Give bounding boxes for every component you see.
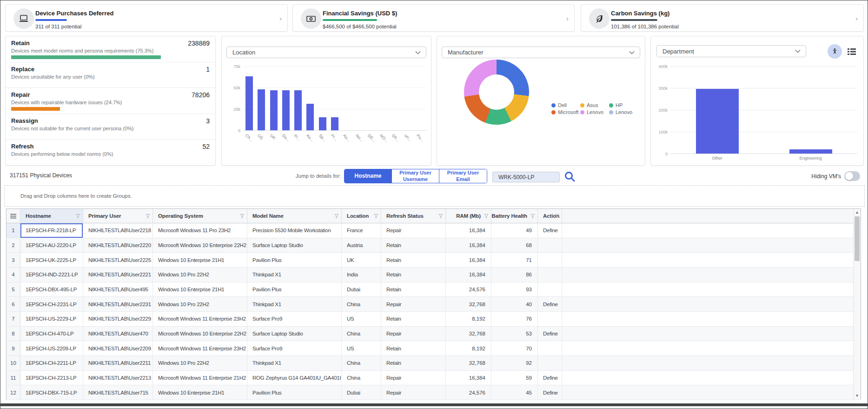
cell-battery-health[interactable]: 45 [491, 385, 538, 400]
jump-tab-primary-user-username[interactable]: Primary User Username [392, 169, 439, 183]
cell-action[interactable] [538, 282, 562, 297]
cell-refresh-status[interactable]: Repair [381, 385, 446, 400]
filter-icon[interactable] [374, 214, 378, 218]
row-number[interactable]: 9 [7, 341, 20, 355]
cell-operating-system[interactable]: Windows 10 Enterprise 21H1 [153, 282, 247, 297]
cell-refresh-status[interactable]: Repair [381, 371, 446, 385]
cell-ram-mb-[interactable]: 16,384 [446, 371, 491, 385]
cell-operating-system[interactable]: Microsoft Windows 10 Enterprise 22H2 [153, 238, 247, 253]
cell-battery-health[interactable]: 59 [491, 371, 538, 385]
group-by-dropzone[interactable]: Drag and Drop columns here to create Gro… [4, 185, 865, 207]
cell-refresh-status[interactable]: Repair [381, 297, 446, 311]
cell-ram-mb-[interactable]: 8,192 [446, 312, 491, 326]
row-menu-header[interactable] [7, 209, 20, 223]
row-number[interactable]: 6 [7, 297, 20, 311]
legend-item-hp[interactable]: HP [609, 102, 640, 108]
cell-primary-user[interactable]: NIKHILTESTLAB\User470 [83, 327, 153, 341]
cell-battery-health[interactable]: 53 [491, 327, 538, 341]
device-search-input[interactable]: WRK-5000-LP [492, 172, 560, 182]
cell-action[interactable]: Define [538, 223, 562, 238]
legend-item-microsoft[interactable]: Microsoft [551, 109, 580, 115]
cell-ram-mb-[interactable]: 24,576 [446, 282, 491, 297]
cell-ram-mb-[interactable]: 8,192 [446, 341, 491, 355]
cell-model-name[interactable]: Surface Pro9 [247, 312, 342, 326]
scrollbar-thumb[interactable] [855, 216, 860, 261]
row-number[interactable]: 7 [7, 312, 20, 326]
cell-battery-health[interactable]: 40 [491, 297, 538, 311]
recommendation-retain[interactable]: Retain 238889 Devices meet model norms a… [6, 36, 215, 62]
cell-battery-health[interactable]: 92 [491, 356, 538, 370]
cell-battery-health[interactable]: 76 [491, 312, 538, 326]
column-header-operating-system[interactable]: Operating System [153, 209, 247, 223]
cell-hostname[interactable]: 1EPSCH-UK-2225-LP [20, 253, 83, 267]
cell-operating-system[interactable]: Windows 10 Pro 22H2 [153, 297, 247, 311]
cell-location[interactable]: UK [342, 253, 381, 267]
cell-primary-user[interactable]: NIKHILTESTLAB\User2220 [83, 238, 153, 253]
cell-refresh-status[interactable]: Retain [381, 253, 446, 267]
list-view-button[interactable] [846, 46, 857, 59]
cell-hostname[interactable]: 1EPSCH-CH-2231-LP [20, 297, 83, 311]
cell-refresh-status[interactable]: Retain [381, 268, 446, 282]
cell-hostname[interactable]: 1EPSCH-IND-2221-LP [20, 268, 83, 282]
cell-location[interactable]: France [342, 223, 381, 238]
filter-icon[interactable] [530, 214, 535, 218]
cell-model-name[interactable]: ROG Zephyrus G14 GA401IU_GA401IU [247, 371, 342, 385]
cell-location[interactable]: India [342, 268, 381, 282]
cell-hostname[interactable]: 1EPSCH-DBX-715-LP [20, 385, 83, 400]
cell-ram-mb-[interactable]: 16,384 [446, 253, 491, 267]
cell-location[interactable]: US [342, 312, 381, 326]
card-financial-savings[interactable]: Financial Savings (USD $) $466,500 of $4… [292, 4, 575, 32]
cell-action[interactable]: Define [538, 297, 562, 311]
cell-action[interactable] [538, 341, 562, 355]
column-header-ram-mb-[interactable]: RAM (Mb) [446, 209, 491, 223]
row-number[interactable]: 4 [7, 268, 20, 282]
cell-refresh-status[interactable]: Retain [381, 238, 446, 253]
cell-hostname[interactable]: 1EPSCH-AU-2220-LP [20, 238, 83, 253]
cell-action[interactable] [538, 253, 562, 267]
scroll-down-icon[interactable]: ▼ [854, 392, 861, 399]
cell-ram-mb-[interactable]: 16,384 [446, 223, 491, 238]
cell-primary-user[interactable]: NIKHILTESTLAB\User2218 [83, 223, 153, 238]
cell-ram-mb-[interactable]: 24,576 [446, 385, 491, 400]
cell-ram-mb-[interactable]: 16,384 [446, 238, 491, 253]
cell-primary-user[interactable]: NIKHILTESTLAB\User495 [83, 282, 153, 297]
legend-item-asus[interactable]: Asus [580, 102, 609, 108]
cell-operating-system[interactable]: Windows 10 Enterprise 21H1 [153, 253, 247, 267]
scroll-up-icon[interactable]: ▲ [854, 209, 861, 216]
cell-action[interactable] [538, 356, 562, 370]
legend-item-lenovo[interactable]: Lenovo [580, 109, 609, 115]
filter-icon[interactable] [76, 214, 80, 218]
cell-location[interactable]: China [342, 297, 381, 311]
cell-hostname[interactable]: 1EPSCH-CH-470-LP [20, 327, 83, 341]
row-number[interactable]: 2 [7, 238, 20, 253]
cell-battery-health[interactable]: 86 [491, 268, 538, 282]
recommendation-reassign[interactable]: Reassign 3 Devices not suitable for the … [6, 114, 215, 140]
cell-primary-user[interactable]: NIKHILTESTLAB\User2225 [83, 253, 153, 267]
cell-location[interactable]: China [342, 371, 381, 385]
cell-operating-system[interactable]: Windows 10 Enterprise 21H1 [153, 385, 247, 400]
cell-hostname[interactable]: 1EPSCH-CH-2213-LP [20, 371, 83, 385]
cell-location[interactable]: US [342, 341, 381, 355]
cell-location[interactable]: Austria [342, 238, 381, 253]
cell-action[interactable]: Define [538, 371, 562, 385]
cell-model-name[interactable]: Thinkpad X1 [247, 356, 342, 370]
manufacturer-dropdown[interactable]: Manufacturer [442, 47, 640, 58]
cell-operating-system[interactable]: Windows 10 Pro 22H2 [153, 356, 247, 370]
row-number[interactable]: 1 [7, 223, 20, 238]
column-header-battery-health[interactable]: Battery Health [491, 209, 538, 223]
cell-battery-health[interactable]: 68 [491, 238, 538, 253]
cell-ram-mb-[interactable]: 32,768 [446, 327, 491, 341]
cell-hostname[interactable]: 1EPSCH-CH-2211-LP [20, 356, 83, 370]
hiding-vms-toggle[interactable] [844, 171, 860, 181]
column-header-hostname[interactable]: Hostname [20, 209, 83, 223]
cell-battery-health[interactable]: 93 [491, 282, 538, 297]
accessibility-button[interactable] [828, 44, 842, 59]
cell-model-name[interactable]: Pavilion Plus [247, 253, 342, 267]
row-number[interactable]: 12 [7, 385, 20, 400]
column-header-action[interactable]: Action [538, 209, 562, 223]
cell-location[interactable]: China [342, 327, 381, 341]
cell-primary-user[interactable]: NIKHILTESTLAB\User2211 [83, 356, 153, 370]
filter-icon[interactable] [240, 214, 245, 218]
cell-location[interactable]: Dubai [342, 385, 381, 400]
jump-tab-primary-user-email[interactable]: Primary User Email [439, 169, 487, 183]
